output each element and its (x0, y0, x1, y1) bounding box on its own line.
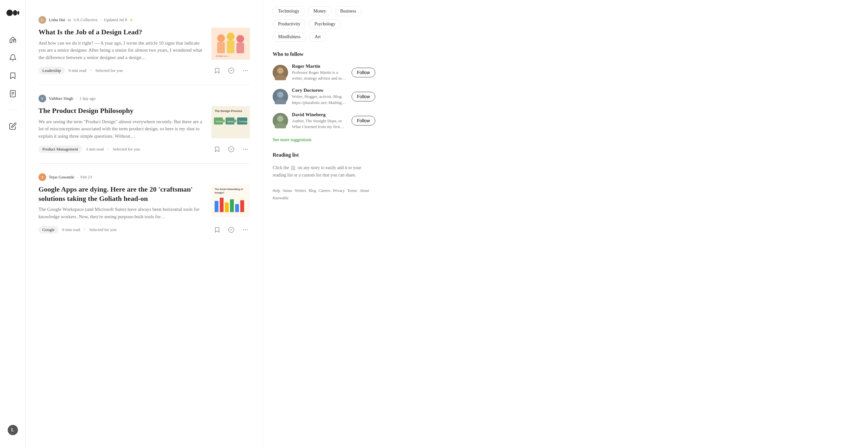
footer-careers[interactable]: Careers (319, 188, 331, 193)
nav-lists[interactable] (8, 71, 17, 80)
author-avatar: L (38, 16, 46, 24)
follow-button-roger[interactable]: Follow (351, 68, 375, 77)
svg-rect-41 (220, 198, 224, 212)
svg-text:A lead is a...: A lead is a... (216, 55, 230, 57)
user-avatar[interactable]: L (8, 425, 18, 435)
follow-avatar (273, 89, 288, 104)
save-button[interactable] (213, 225, 222, 234)
article-feed: L Lisha Dai in UX Collective · Updated J… (26, 0, 263, 448)
footer-help[interactable]: Help (273, 188, 280, 193)
topic-tag-money[interactable]: Money (308, 6, 332, 16)
article-title[interactable]: Google Apps are dying. Here are the 20 '… (38, 185, 204, 203)
nav-write[interactable] (8, 122, 17, 130)
topic-tag-technology[interactable]: Technology (273, 6, 305, 16)
article-date: Feb 23 (81, 175, 92, 180)
follow-item: Roger Martin Professor Roger Martin is a… (273, 63, 375, 81)
svg-point-53 (277, 67, 284, 74)
article-meta: L Lisha Dai in UX Collective · Updated J… (38, 16, 250, 24)
footer-knowable[interactable]: Knowable (273, 196, 288, 201)
svg-rect-44 (235, 204, 239, 212)
follow-name: Cory Doctorow (292, 88, 348, 93)
article-card: V Vaibhav Singh · 1 day ago The Product … (38, 85, 250, 164)
svg-point-2 (17, 11, 19, 15)
article-body: The Product Design Philosophy We are see… (38, 106, 250, 140)
less-like-button[interactable] (227, 145, 236, 154)
main-content: L Lisha Dai in UX Collective · Updated J… (26, 0, 475, 448)
follow-desc: Author, The Straight Dope, or What I lea… (292, 118, 348, 130)
follow-item: Cory Doctorow Writer, blogger, activist.… (273, 88, 375, 105)
article-tag[interactable]: Leadership (38, 67, 65, 74)
nav-home[interactable] (8, 35, 17, 44)
more-options-button[interactable] (241, 66, 250, 75)
article-text: The Product Design Philosophy We are see… (38, 106, 204, 140)
follow-desc: Writer, blogger, activist. Blog: https:/… (292, 94, 348, 105)
footer-about[interactable]: About (360, 188, 369, 193)
bookmark-icon (290, 165, 296, 172)
author-name[interactable]: Tejas Gawande (49, 175, 74, 180)
footer-privacy[interactable]: Privacy (333, 188, 345, 193)
svg-point-36 (247, 149, 248, 150)
follow-item: David Wineberg Author, The Straight Dope… (273, 112, 375, 130)
svg-point-35 (245, 149, 246, 150)
selected-badge: Selected for you (95, 68, 123, 73)
topic-tag-productivity[interactable]: Productivity (273, 19, 306, 29)
article-tag[interactable]: Product Management (38, 145, 82, 153)
nav-notifications[interactable] (8, 53, 17, 62)
reading-list-text: Click the on any story to easily add it … (273, 164, 375, 179)
article-footer: Product Management 3 min read · Selected… (38, 145, 250, 154)
save-button[interactable] (213, 145, 222, 154)
topic-tag-psychology[interactable]: Psychology (309, 19, 341, 29)
star-icon: ★ (130, 18, 133, 23)
svg-point-18 (245, 70, 246, 71)
follow-button-cory[interactable]: Follow (351, 92, 375, 101)
article-meta: T Tejas Gawande · Feb 23 (38, 173, 250, 181)
save-button[interactable] (213, 66, 222, 75)
article-meta: V Vaibhav Singh · 1 day ago (38, 95, 250, 102)
author-name[interactable]: Lisha Dai (49, 17, 65, 23)
footer-writers[interactable]: Writers (295, 188, 306, 193)
nav-stories[interactable] (8, 89, 17, 98)
article-card: T Tejas Gawande · Feb 23 Google Apps are… (38, 164, 250, 244)
svg-rect-45 (240, 200, 244, 212)
topic-tag-art[interactable]: Art (309, 32, 326, 42)
article-thumbnail: The Great Unbundling of Google? (211, 185, 250, 217)
footer-blog[interactable]: Blog (309, 188, 316, 193)
article-text: Google Apps are dying. Here are the 20 '… (38, 185, 204, 220)
svg-point-0 (6, 10, 13, 16)
medium-logo[interactable] (6, 10, 19, 16)
topic-tags: Technology Money Business Productivity P… (273, 6, 375, 42)
publication-name[interactable]: UX Collective (73, 17, 97, 23)
read-time: 8 min read (62, 227, 80, 232)
selected-badge: Selected for you (89, 227, 117, 232)
svg-point-51 (247, 230, 248, 231)
svg-point-56 (277, 91, 284, 98)
svg-point-50 (245, 230, 246, 231)
footer-links: Help Status Writers Blog Careers Privacy… (273, 188, 375, 201)
article-tag[interactable]: Google (38, 226, 58, 234)
topic-tag-business[interactable]: Business (335, 6, 362, 16)
more-options-button[interactable] (241, 225, 250, 234)
less-like-button[interactable] (227, 66, 236, 75)
follow-button-david[interactable]: Follow (351, 116, 375, 125)
topic-tag-mindfulness[interactable]: Mindfulness (273, 32, 306, 42)
article-subtitle: The Google Workspace (and Microsoft Suit… (38, 206, 204, 220)
see-more-link[interactable]: See more suggestions (273, 137, 375, 143)
svg-point-10 (237, 35, 244, 43)
svg-rect-13 (237, 43, 244, 53)
svg-text:The Design Process: The Design Process (215, 110, 242, 113)
article-title[interactable]: What Is the Job of a Design Lead? (38, 28, 204, 37)
article-text: What Is the Job of a Design Lead? And ho… (38, 28, 204, 61)
article-body: What Is the Job of a Design Lead? And ho… (38, 28, 250, 61)
svg-point-1 (13, 10, 17, 16)
more-options-button[interactable] (241, 145, 250, 154)
read-time: 3 min read (86, 147, 104, 152)
svg-point-8 (217, 34, 225, 42)
article-date: Updated Jul 8 (104, 17, 127, 23)
article-title[interactable]: The Product Design Philosophy (38, 106, 204, 116)
svg-rect-12 (227, 40, 235, 53)
footer-terms[interactable]: Terms (347, 188, 357, 193)
nav-divider (8, 110, 18, 110)
less-like-button[interactable] (227, 225, 236, 234)
footer-status[interactable]: Status (283, 188, 292, 193)
author-name[interactable]: Vaibhav Singh (49, 96, 73, 101)
